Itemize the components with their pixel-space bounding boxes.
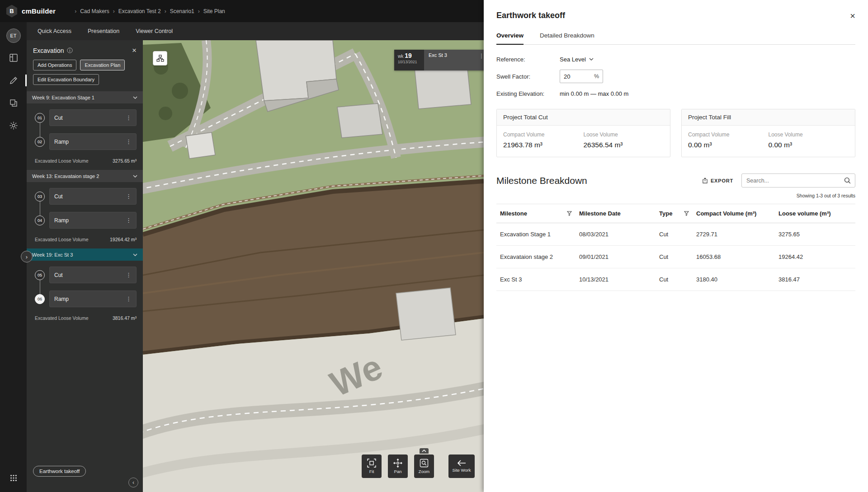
cell-loose-volume: 3275.65: [775, 223, 855, 246]
milestone-breakdown-title: Milestone Breakdown: [496, 175, 587, 186]
menu-quick-access[interactable]: Quick Access: [38, 28, 71, 34]
swell-factor-input[interactable]: [564, 73, 587, 80]
swell-factor-label: Swell Factor:: [496, 73, 560, 80]
operation-number-badge: 05: [35, 270, 45, 280]
operation-row[interactable]: 03 Cut⋮: [35, 188, 137, 205]
panels-icon[interactable]: [6, 50, 21, 66]
timeline-milestone-cell[interactable]: Exc St 3: [424, 50, 477, 70]
existing-elevation-label: Existing Elevation:: [496, 90, 560, 97]
panel-collapse-chevron-icon[interactable]: ‹: [128, 478, 138, 487]
chevron-down-icon[interactable]: [133, 96, 137, 99]
chevron-down-icon: [589, 58, 594, 61]
cell-date: 09/01/2021: [576, 246, 656, 268]
week-13-header[interactable]: Week 13: Excavataion stage 2: [27, 170, 143, 182]
breadcrumb-separator: ›: [113, 8, 115, 14]
kebab-menu-icon[interactable]: ⋮: [126, 193, 132, 200]
filter-funnel-icon[interactable]: [567, 211, 572, 216]
apps-grid-icon[interactable]: [9, 474, 18, 484]
site-plan-viewport[interactable]: We: [143, 40, 484, 492]
filter-funnel-icon[interactable]: [684, 211, 689, 216]
design-tools-icon[interactable]: [6, 73, 21, 88]
layers-icon[interactable]: [6, 95, 21, 111]
info-icon[interactable]: [67, 47, 73, 53]
kebab-menu-icon[interactable]: ⋮: [126, 272, 132, 278]
milestone-table: Milestone Milestone Date Type Compact Vo…: [496, 204, 855, 291]
model-structure-button[interactable]: [153, 51, 167, 66]
zoom-button[interactable]: Zoom: [414, 455, 434, 478]
reference-dropdown[interactable]: Sea Level: [560, 56, 594, 63]
breadcrumb-item-model[interactable]: Excavation Test 2: [118, 8, 161, 14]
week-9-header[interactable]: Week 9: Excavation Stage 1: [27, 91, 143, 103]
table-row[interactable]: Excavation Stage 1 08/03/2021 Cut 2729.7…: [496, 223, 855, 246]
timeline-date: 10/13/2021: [398, 60, 424, 64]
cell-milestone: Excavation Stage 1: [496, 223, 576, 246]
tab-detailed-breakdown[interactable]: Detailed Breakdown: [540, 32, 594, 45]
operation-row[interactable]: 05 Cut⋮: [35, 267, 137, 283]
operation-row[interactable]: 06 Ramp⋮: [35, 291, 137, 307]
operation-row[interactable]: 01 Cut⋮: [35, 109, 137, 126]
breadcrumb-item-scenario[interactable]: Scenario1: [170, 8, 194, 14]
fit-label: Fit: [369, 469, 374, 474]
rail-expand-chevron-icon[interactable]: ›: [21, 251, 33, 262]
cell-compact-volume: 2729.71: [693, 223, 775, 246]
close-icon[interactable]: ×: [132, 47, 137, 54]
week-19-header[interactable]: Week 19: Exc St 3: [27, 248, 143, 261]
operation-number-badge: 01: [35, 113, 45, 123]
breadcrumb-separator: ›: [198, 8, 200, 14]
cell-loose-volume: 19264.42: [775, 246, 855, 268]
table-row[interactable]: Excavataion stage 2 09/01/2021 Cut 16053…: [496, 246, 855, 268]
cell-type: Cut: [656, 268, 693, 291]
cell-compact-volume: 3180.40: [693, 268, 775, 291]
kebab-menu-icon[interactable]: ⋮: [126, 295, 132, 302]
operation-row[interactable]: 02 Ramp⋮: [35, 133, 137, 150]
pan-button[interactable]: Pan: [388, 455, 408, 478]
avatar[interactable]: ET: [6, 28, 21, 43]
zoom-icon: [420, 459, 429, 468]
loose-volume-label: Excavated Loose Volume: [35, 315, 89, 321]
arrow-left-icon: [457, 460, 466, 466]
pan-icon: [393, 459, 402, 468]
breadcrumb: › Cad Makers › Excavation Test 2 › Scena…: [75, 8, 225, 14]
breadcrumb-item-siteplan[interactable]: Site Plan: [203, 8, 225, 14]
earthwork-takeoff-button[interactable]: Earthwork takeoff: [33, 466, 86, 477]
cmbuilder-logo-icon[interactable]: B: [5, 5, 18, 18]
operation-label: Ramp: [54, 296, 69, 302]
export-button[interactable]: EXPORT: [702, 178, 733, 183]
kebab-menu-icon[interactable]: ⋮: [126, 114, 132, 121]
active-tool-indicator: [25, 75, 27, 86]
settings-gear-icon[interactable]: [6, 118, 21, 133]
excavation-plan-button[interactable]: Excavation Plan: [80, 60, 125, 70]
tab-overview[interactable]: Overview: [496, 32, 524, 45]
fill-card-title: Project Total Fill: [682, 109, 855, 126]
export-icon: [702, 178, 708, 183]
table-row[interactable]: Exc St 3 10/13/2021 Cut 3180.40 3816.47: [496, 268, 855, 291]
week-9-title: Week 9: Excavation Stage 1: [32, 95, 94, 100]
site-work-button[interactable]: Site Work: [448, 455, 475, 478]
takeoff-panel-title: Earthwork takeoff: [496, 11, 565, 20]
cut-card-title: Project Total Cut: [497, 109, 670, 126]
chevron-down-icon[interactable]: [133, 175, 137, 178]
chevron-down-icon[interactable]: [133, 253, 137, 256]
loose-volume-value: 3816.47 m³: [113, 315, 137, 321]
operation-row[interactable]: 04 Ramp⋮: [35, 212, 137, 229]
breadcrumb-item-project[interactable]: Cad Makers: [80, 8, 109, 14]
menu-presentation[interactable]: Presentation: [88, 28, 119, 34]
add-operations-button[interactable]: Add Operations: [33, 60, 76, 70]
kebab-menu-icon[interactable]: ⋮: [126, 217, 132, 224]
menu-viewer-control[interactable]: Viewer Control: [136, 28, 173, 34]
fit-button[interactable]: Fit: [362, 455, 382, 478]
timeline-week-cell[interactable]: wk19 10/13/2021: [394, 50, 424, 70]
kebab-menu-icon[interactable]: ⋮: [126, 138, 132, 145]
week-number: 19: [405, 52, 412, 59]
week-section-19: Week 19: Exc St 3 05 Cut⋮ 06 Ramp⋮ Excav…: [27, 248, 143, 326]
search-icon[interactable]: [844, 177, 851, 184]
toolbar-expand-chevron-icon[interactable]: [420, 448, 429, 454]
operation-label: Cut: [54, 272, 63, 278]
search-input[interactable]: [746, 178, 844, 184]
cell-type: Cut: [656, 246, 693, 268]
logo-letter: B: [9, 8, 14, 14]
column-header-loose-volume: Loose volume (m³): [778, 210, 831, 217]
close-icon[interactable]: ×: [850, 11, 855, 20]
site-plan-map: We: [143, 40, 484, 492]
edit-excavation-boundary-button[interactable]: Edit Excavation Boundary: [33, 74, 99, 85]
